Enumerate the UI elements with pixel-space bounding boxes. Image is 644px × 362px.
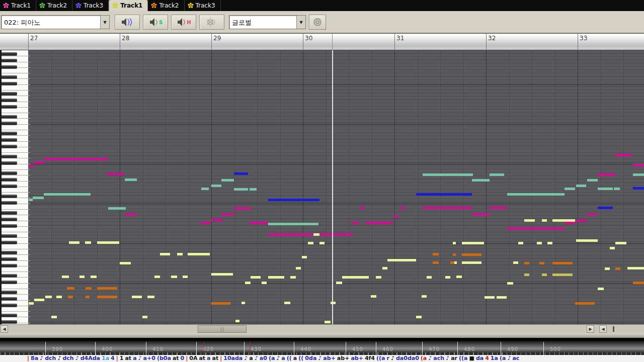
note[interactable]: [565, 222, 575, 224]
note[interactable]: [423, 207, 472, 209]
note[interactable]: [211, 219, 223, 221]
note[interactable]: [211, 185, 221, 187]
note[interactable]: [235, 320, 239, 322]
note[interactable]: [565, 188, 575, 190]
speaker-solo-button[interactable]: S: [143, 15, 168, 30]
note[interactable]: [268, 276, 284, 279]
note[interactable]: [423, 173, 473, 176]
black-key[interactable]: [2, 65, 17, 69]
scroll-left-button[interactable]: ◀: [1, 325, 8, 333]
black-key[interactable]: [2, 241, 17, 244]
black-key[interactable]: [2, 132, 17, 135]
note[interactable]: [376, 276, 381, 279]
note[interactable]: [450, 261, 454, 264]
note[interactable]: [86, 287, 92, 290]
note[interactable]: [453, 242, 456, 244]
note[interactable]: [485, 296, 495, 299]
note[interactable]: [262, 282, 267, 284]
note[interactable]: [69, 241, 79, 244]
note[interactable]: [120, 262, 131, 264]
note[interactable]: [387, 259, 416, 261]
note[interactable]: [97, 241, 119, 244]
scroll-right-button[interactable]: ▶: [587, 325, 594, 333]
note[interactable]: [79, 276, 85, 278]
note[interactable]: [313, 233, 319, 236]
note[interactable]: [245, 282, 251, 284]
note[interactable]: [598, 207, 613, 209]
note[interactable]: [132, 296, 142, 298]
note[interactable]: [610, 247, 615, 249]
note[interactable]: [108, 207, 126, 210]
note[interactable]: [221, 179, 234, 182]
note[interactable]: [633, 282, 644, 284]
note[interactable]: [147, 296, 154, 298]
note[interactable]: [547, 242, 552, 244]
note[interactable]: [507, 227, 565, 230]
note[interactable]: [542, 274, 547, 276]
black-key[interactable]: [2, 234, 17, 238]
note[interactable]: [518, 242, 523, 244]
note[interactable]: [400, 207, 405, 209]
note[interactable]: [251, 276, 261, 279]
note[interactable]: [331, 302, 336, 304]
note[interactable]: [615, 154, 632, 156]
note[interactable]: [284, 302, 290, 304]
note[interactable]: [472, 213, 489, 216]
note[interactable]: [497, 296, 507, 299]
note[interactable]: [188, 253, 210, 255]
black-key[interactable]: [2, 320, 17, 324]
note[interactable]: [211, 302, 230, 305]
tab-track2-a[interactable]: Track2: [36, 0, 72, 11]
note[interactable]: [107, 173, 124, 175]
note[interactable]: [587, 213, 597, 216]
chevron-down-icon[interactable]: ▼: [100, 16, 109, 29]
note[interactable]: [524, 274, 529, 276]
note[interactable]: [51, 316, 57, 318]
note[interactable]: [587, 179, 598, 182]
note[interactable]: [615, 242, 626, 244]
note[interactable]: [142, 316, 147, 318]
note[interactable]: [97, 296, 117, 298]
speaker-disabled-button[interactable]: [199, 15, 224, 30]
note[interactable]: [250, 188, 257, 191]
piano-roll[interactable]: [0, 50, 644, 324]
note[interactable]: [242, 302, 245, 304]
note[interactable]: [598, 188, 613, 190]
black-key[interactable]: [2, 274, 17, 278]
note[interactable]: [605, 267, 610, 270]
tab-track1-b-active[interactable]: Track1: [109, 0, 148, 11]
note[interactable]: [352, 222, 359, 224]
note[interactable]: [462, 253, 481, 256]
note[interactable]: [56, 296, 62, 298]
black-key[interactable]: [2, 161, 17, 165]
note[interactable]: [154, 276, 160, 278]
note[interactable]: [177, 253, 183, 255]
note[interactable]: [201, 188, 209, 190]
note[interactable]: [472, 179, 490, 182]
black-key[interactable]: [2, 264, 17, 267]
note[interactable]: [234, 172, 248, 175]
black-key[interactable]: [2, 178, 17, 182]
tab-track2-b[interactable]: Track2: [148, 0, 184, 11]
note[interactable]: [360, 207, 365, 209]
black-key[interactable]: [2, 281, 17, 284]
note[interactable]: [319, 242, 325, 244]
note[interactable]: [416, 193, 472, 196]
note[interactable]: [91, 276, 97, 278]
measure-ruler[interactable]: 27282930313233: [0, 33, 644, 50]
black-key[interactable]: [2, 75, 17, 79]
black-key[interactable]: [2, 201, 17, 205]
note[interactable]: [268, 223, 318, 225]
note[interactable]: [433, 261, 439, 264]
chevron-down-icon[interactable]: ▼: [296, 16, 305, 29]
black-key[interactable]: [2, 171, 17, 175]
note[interactable]: [296, 267, 301, 269]
note[interactable]: [62, 276, 69, 278]
instrument-select[interactable]: 022: 피아노 ▼: [1, 15, 110, 29]
note[interactable]: [422, 295, 427, 298]
note[interactable]: [598, 173, 615, 176]
tab-track3-b[interactable]: Track3: [185, 0, 221, 11]
note[interactable]: [290, 276, 296, 279]
note[interactable]: [44, 193, 91, 196]
black-key[interactable]: [2, 297, 17, 301]
